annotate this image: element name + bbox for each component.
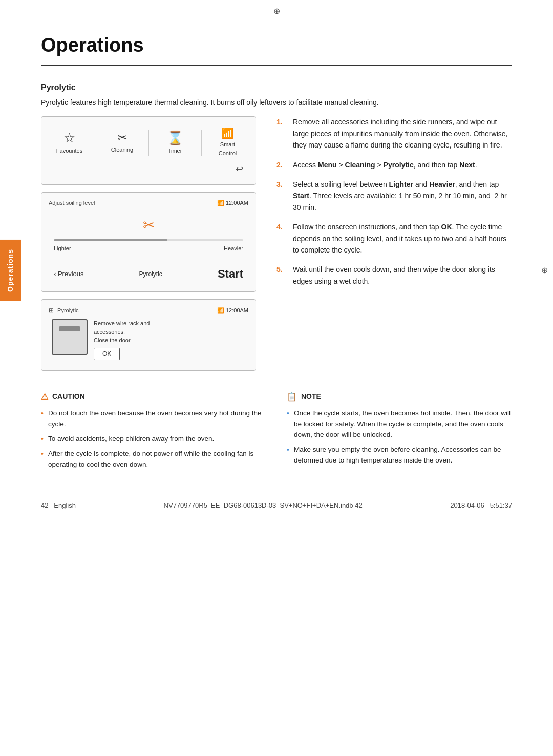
timer-icon: ⌛ — [167, 131, 183, 144]
note-box: 📋 NOTE Once the cycle starts, the oven b… — [287, 390, 512, 474]
step-3-number: 3. — [276, 179, 288, 213]
reg-mark-top: ⊕ — [273, 5, 280, 17]
instruction-line1: Remove wire rack and — [94, 319, 245, 328]
icon-smart-control: 📶 Smart Control — [212, 128, 243, 157]
oven-graphic — [52, 319, 88, 355]
icon-divider-3 — [201, 130, 202, 156]
screen3-header: ⊞ Pyrolytic 📶 12:00AM — [49, 306, 248, 315]
soiling-slider-area: ✂ Lighter Heavier — [49, 212, 248, 260]
footer-date-time: 2018-04-06 5:51:37 — [450, 500, 512, 511]
footer-page-info: 42 English — [41, 500, 76, 511]
slider-heavier: Heavier — [224, 244, 243, 253]
instruction-line2: accessories. — [94, 328, 245, 337]
reg-mark-right: ⊕ — [541, 264, 548, 277]
ok-button: OK — [94, 348, 120, 360]
note-title: 📋 NOTE — [287, 390, 512, 404]
caution-item-2: To avoid accidents, keep children away f… — [41, 434, 266, 445]
note-list: Once the cycle starts, the oven becomes … — [287, 408, 512, 466]
icon-divider-2 — [148, 130, 149, 156]
step-2-text: Access Menu > Cleaning > Pyrolytic, and … — [293, 159, 477, 171]
screen3-icon: ⊞ — [49, 307, 54, 314]
icon-favourites: ☆ Favourites — [54, 131, 85, 155]
caution-item-3: After the cycle is complete, do not powe… — [41, 449, 266, 470]
caution-item-1: Do not touch the oven because the oven b… — [41, 408, 266, 430]
screen2-mockup: Adjust soiling level 📶 12:00AM ✂ Lighter… — [41, 192, 256, 292]
screen3-wifi: 📶 12:00AM — [217, 306, 248, 315]
screen3-mode-label: ⊞ Pyrolytic — [49, 306, 79, 315]
step-2: 2. Access Menu > Cleaning > Pyrolytic, a… — [276, 159, 512, 171]
screen2-time: 12:00AM — [226, 200, 248, 206]
step-1-text: Remove all accessories including the sid… — [293, 116, 512, 151]
favourites-icon: ☆ — [63, 131, 75, 144]
start-btn: Start — [218, 265, 243, 282]
screen3-time: 12:00AM — [226, 307, 248, 313]
slider-lighter: Lighter — [54, 244, 71, 253]
step-1: 1. Remove all accessories including the … — [276, 116, 512, 151]
slider-labels: Lighter Heavier — [54, 244, 243, 253]
prev-btn: ‹ Previous — [54, 269, 84, 279]
caution-icon: ⚠ — [41, 390, 48, 404]
screen2-header-label: Adjust soiling level — [49, 199, 95, 207]
screen2-wifi: 📶 12:00AM — [217, 199, 248, 207]
screen3-instructions: Remove wire rack and accessories. Close … — [94, 319, 245, 360]
vline-right — [535, 0, 535, 541]
step-4: 4. Follow the onscreen instructions, and… — [276, 221, 512, 256]
icons-row: ☆ Favourites ✂ Cleaning ⌛ Timer — [49, 123, 248, 160]
smart-control-icon: 📶 — [221, 128, 234, 138]
note-item-2: Make sure you empty the oven before clea… — [287, 445, 512, 466]
step-1-number: 1. — [276, 116, 288, 151]
screen2-header: Adjust soiling level 📶 12:00AM — [49, 199, 248, 207]
smart-control-label: Smart Control — [219, 140, 237, 157]
favourites-label: Favourites — [56, 146, 82, 155]
section-intro: Pyrolytic features high temperature ther… — [41, 97, 512, 108]
screen3-body: Remove wire rack and accessories. Close … — [49, 319, 248, 365]
note-icon: 📋 — [287, 390, 297, 404]
screen2-inner: Adjust soiling level 📶 12:00AM ✂ Lighter… — [41, 193, 256, 291]
step-2-number: 2. — [276, 159, 288, 171]
screen3-inner: ⊞ Pyrolytic 📶 12:00AM Remove wire rack a… — [41, 300, 256, 370]
step-3-text: Select a soiling level between Lighter a… — [293, 179, 512, 213]
icon-cleaning: ✂ Cleaning — [107, 132, 138, 154]
screen1-inner: ☆ Favourites ✂ Cleaning ⌛ Timer — [41, 117, 256, 184]
side-tab: Operations — [0, 240, 21, 301]
caution-list: Do not touch the oven because the oven b… — [41, 408, 266, 470]
right-column: 1. Remove all accessories including the … — [276, 116, 512, 378]
caution-label: CAUTION — [52, 391, 85, 402]
step-5-text: Wait until the oven cools down, and then… — [293, 264, 512, 287]
slider-bar — [54, 239, 243, 241]
screen3-mockup: ⊞ Pyrolytic 📶 12:00AM Remove wire rack a… — [41, 299, 256, 371]
step-3: 3. Select a soiling level between Lighte… — [276, 179, 512, 213]
left-column: ☆ Favourites ✂ Cleaning ⌛ Timer — [41, 116, 256, 378]
back-button: ↩ — [49, 160, 248, 179]
instruction-line3: Close the door — [94, 336, 245, 345]
step-5: 5. Wait until the oven cools down, and t… — [276, 264, 512, 287]
icon-divider-1 — [96, 130, 96, 156]
screen2-footer: ‹ Previous Pyrolytic Start — [49, 262, 248, 286]
section-heading: Pyrolytic — [41, 81, 512, 94]
page-title: Operations — [41, 31, 512, 66]
step-4-text: Follow the onscreen instructions, and th… — [293, 221, 512, 256]
page-footer: 42 English NV7709770R5_EE_DG68-00613D-03… — [41, 495, 512, 511]
pyrolytic-label: Pyrolytic — [139, 269, 162, 279]
content-layout: ☆ Favourites ✂ Cleaning ⌛ Timer — [41, 116, 512, 378]
step-5-number: 5. — [276, 264, 288, 287]
note-label: NOTE — [301, 391, 321, 402]
caution-title: ⚠ CAUTION — [41, 390, 266, 404]
note-item-1: Once the cycle starts, the oven becomes … — [287, 408, 512, 440]
oven-rack — [59, 326, 80, 331]
screen1-mockup: ☆ Favourites ✂ Cleaning ⌛ Timer — [41, 116, 256, 185]
steps-list: 1. Remove all accessories including the … — [276, 116, 512, 287]
cleaning-icon: ✂ — [118, 132, 127, 143]
step-4-number: 4. — [276, 221, 288, 256]
timer-label: Timer — [168, 146, 182, 155]
page-container: ⊕ ⊕ Operations Operations Pyrolytic Pyro… — [0, 0, 553, 541]
prev-label: Previous — [58, 270, 84, 278]
icon-timer: ⌛ Timer — [160, 131, 190, 155]
caution-box: ⚠ CAUTION Do not touch the oven because … — [41, 390, 266, 474]
cleaning-label: Cleaning — [111, 145, 133, 154]
bottom-sections: ⚠ CAUTION Do not touch the oven because … — [41, 390, 512, 474]
footer-file: NV7709770R5_EE_DG68-00613D-03_SV+NO+FI+D… — [164, 500, 363, 511]
soiling-icon: ✂ — [143, 215, 155, 236]
